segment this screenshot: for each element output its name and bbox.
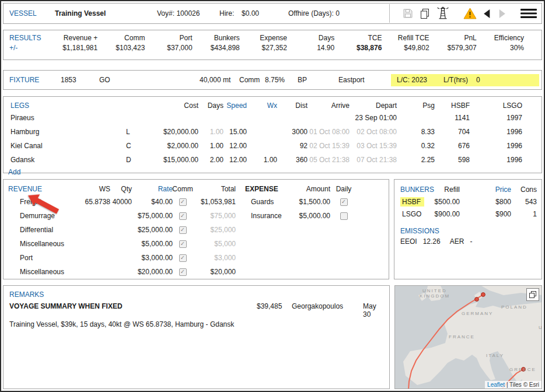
revenue-rate-value[interactable]: $75,000.00 xyxy=(132,209,173,223)
leg-cost[interactable]: $2,000.00 xyxy=(144,139,198,153)
leg-days[interactable]: 1.00 xyxy=(198,139,223,153)
revenue-qty-value[interactable]: 40000 xyxy=(110,195,132,209)
bunker-grade-lsgo[interactable]: LSGO xyxy=(400,210,421,218)
legs-header-cost: Cost xyxy=(144,100,198,111)
leg-days[interactable]: 2.00 xyxy=(198,153,223,167)
leg-cost[interactable]: $20,000.00 xyxy=(144,125,198,139)
leaflet-link[interactable]: Leaflet xyxy=(487,382,505,388)
daily-checkbox[interactable] xyxy=(340,212,348,220)
leg-speed[interactable]: 15.00 xyxy=(223,125,247,139)
leg-speed[interactable]: 12.00 xyxy=(223,153,247,167)
revenue-header-rate[interactable]: Rate xyxy=(132,183,173,195)
leg-days[interactable]: 1.00 xyxy=(198,125,223,139)
revenue-ws-value[interactable]: 65.8738 xyxy=(78,195,110,209)
map-label-uk-2: KINGDOM xyxy=(420,293,450,299)
leg-wx[interactable] xyxy=(247,125,277,139)
forward-arrow-icon[interactable] xyxy=(497,9,507,19)
leg-speed[interactable] xyxy=(223,111,247,125)
leg-port[interactable]: Gdansk xyxy=(6,153,126,167)
map-expand-button[interactable] xyxy=(526,288,539,301)
fixture-comm-value[interactable]: 8.75% xyxy=(265,76,298,84)
bunker-refill-value[interactable]: $500.00 xyxy=(427,195,460,208)
leg-hsbf: 676 xyxy=(435,139,470,153)
comm-checkbox[interactable] xyxy=(179,198,187,206)
legs-header-speed[interactable]: Speed xyxy=(223,100,247,111)
copy-icon[interactable] xyxy=(419,8,431,19)
hire-value[interactable]: $0.00 xyxy=(242,9,259,18)
leg-days[interactable] xyxy=(198,111,223,125)
add-leg-link[interactable]: Add xyxy=(6,167,525,176)
leg-speed[interactable]: 12.00 xyxy=(223,139,247,153)
back-arrow-icon[interactable] xyxy=(482,9,492,19)
results-col-label: Refill TCE xyxy=(382,34,429,42)
results-refill-tce-value: $49,802 xyxy=(382,44,429,52)
vessel-section-label[interactable]: VESSEL xyxy=(9,9,37,18)
leg-cost[interactable] xyxy=(144,111,198,125)
bunker-price-value[interactable]: $800 xyxy=(460,195,511,208)
leg-depart: 02 Oct 08:00 xyxy=(350,125,397,139)
revenue-rate-value[interactable]: $20,000.00 xyxy=(132,265,173,279)
bunkers-header-price[interactable]: Price xyxy=(460,183,511,195)
fixture-cargo[interactable]: GO xyxy=(99,76,200,84)
expense-amount-value[interactable]: $1,500.00 xyxy=(288,195,330,209)
bunker-price-value[interactable]: $900 xyxy=(460,208,511,220)
revenue-rate-value[interactable]: $3,000.00 xyxy=(132,251,173,265)
leg-port[interactable]: Hamburg xyxy=(6,125,126,139)
voyage-number-value[interactable]: 100026 xyxy=(176,9,200,18)
port-marker-gdansk[interactable] xyxy=(481,293,485,297)
vessel-name[interactable]: Training Vessel xyxy=(55,9,106,18)
leg-wx[interactable] xyxy=(247,139,277,153)
bunker-grade-hsbf[interactable]: HSBF xyxy=(400,197,424,206)
daily-checkbox[interactable] xyxy=(340,198,348,206)
leg-psg xyxy=(397,111,435,125)
results-adjust-link[interactable]: +/- xyxy=(9,44,50,52)
leg-dist[interactable]: 92 xyxy=(277,139,308,153)
revenue-total-value: $20,000 xyxy=(193,265,236,279)
leg-port[interactable]: Kiel Canal xyxy=(6,139,126,153)
fixture-quantity[interactable]: 40,000 mt xyxy=(200,76,239,84)
leg-cost[interactable]: $15,000.00 xyxy=(144,153,198,167)
revenue-section-label[interactable]: REVENUE xyxy=(8,183,78,195)
comm-checkbox[interactable] xyxy=(179,254,187,262)
leg-dist[interactable]: 360 xyxy=(277,153,308,167)
remark-item[interactable]: VOYAGE SUMMARY WHEN FIXED $39,485 Georga… xyxy=(9,302,383,318)
map-label-germany: GERMANY xyxy=(462,311,493,316)
legs-header-wx[interactable]: Wx xyxy=(247,100,277,111)
expense-amount-value[interactable]: $5,000.00 xyxy=(288,209,330,223)
revenue-rate-value[interactable]: $25,000.00 xyxy=(132,223,173,237)
leg-hsbf: 1141 xyxy=(435,111,470,125)
offhire-value[interactable]: 0 xyxy=(336,9,340,18)
revenue-rate-value[interactable]: $5,000.00 xyxy=(132,237,173,251)
bunker-refill-value[interactable]: $900.00 xyxy=(427,208,460,220)
lighthouse-icon[interactable] xyxy=(436,6,450,20)
fixture-port[interactable]: Eastport xyxy=(338,76,391,84)
route-map[interactable]: UNITED KINGDOM POLAND GERMANY FRANCE ITA… xyxy=(394,285,542,389)
legs-panel: LEGS Cost Days Speed Wx Dist Arrive Depa… xyxy=(3,96,542,173)
leg-wx[interactable] xyxy=(247,111,277,125)
comm-checkbox[interactable] xyxy=(179,268,187,276)
warning-icon[interactable] xyxy=(463,8,477,19)
laytime-value[interactable]: 0 xyxy=(476,76,480,84)
leg-hsbf: 598 xyxy=(435,153,470,167)
fixture-comm-label: Comm xyxy=(239,76,265,84)
fixture-terms[interactable]: BP xyxy=(298,76,338,84)
comm-checkbox[interactable] xyxy=(179,212,187,220)
save-icon[interactable] xyxy=(402,8,414,19)
fixture-number[interactable]: 1853 xyxy=(61,76,99,84)
leg-wx[interactable]: 1.00 xyxy=(247,153,277,167)
laytime-label: L/T(hrs) xyxy=(443,76,468,84)
fixture-laycan-field[interactable]: L/C: 2023 L/T(hrs) 0 xyxy=(391,74,539,86)
revenue-row-label: Miscellaneous xyxy=(8,237,78,251)
laycan-value[interactable]: L/C: 2023 xyxy=(397,76,427,84)
revenue-header-ws: WS xyxy=(78,183,110,195)
aer-value: - xyxy=(470,237,472,246)
leg-dist[interactable] xyxy=(277,111,308,125)
leg-dist[interactable]: 3000 xyxy=(277,125,308,139)
port-marker-hamburg[interactable] xyxy=(474,298,478,302)
comm-checkbox[interactable] xyxy=(179,240,187,248)
revenue-total-value: $3,000 xyxy=(193,251,236,265)
menu-icon[interactable] xyxy=(520,8,537,19)
leg-port[interactable]: Piraeus xyxy=(6,111,126,125)
comm-checkbox[interactable] xyxy=(179,226,187,234)
revenue-rate-value[interactable]: $40.00 xyxy=(132,195,173,209)
